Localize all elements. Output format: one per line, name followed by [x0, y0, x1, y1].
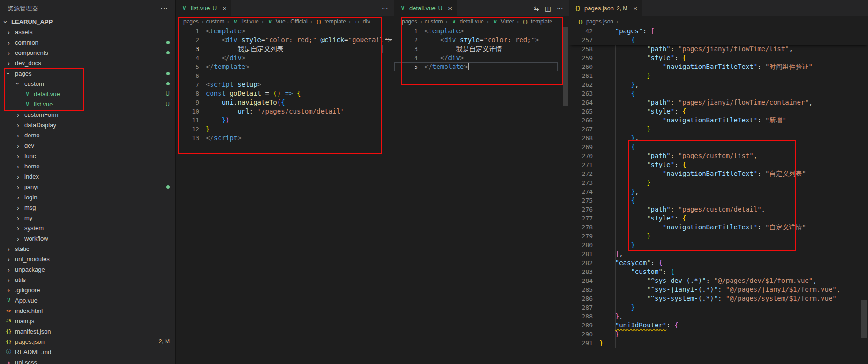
- breadcrumb-item-Vuter[interactable]: VVuter: [491, 18, 514, 25]
- breadcrumb-item-custom[interactable]: custom: [425, 18, 443, 25]
- code-line[interactable]: 278 "navigationBarTitleText": "自定义详情": [569, 223, 868, 232]
- folder-item-static[interactable]: ›static: [0, 243, 175, 254]
- code-line[interactable]: 287 }: [569, 303, 868, 312]
- code-line[interactable]: 282 "easycom": {: [569, 258, 868, 267]
- code-line[interactable]: 274 },: [569, 187, 868, 196]
- code-line[interactable]: 288 },: [569, 312, 868, 321]
- folder-item-unpackage[interactable]: ›unpackage: [0, 264, 175, 274]
- breadcrumb-item-template[interactable]: {}template: [315, 18, 346, 25]
- folder-item-pages[interactable]: ›pages: [0, 68, 175, 78]
- split-editor-icon[interactable]: ◫: [545, 5, 551, 12]
- code-line[interactable]: 283 "custom": {: [569, 267, 868, 276]
- file-item-README.md[interactable]: ⓘREADME.md: [0, 347, 175, 357]
- folder-item-index[interactable]: ›index: [0, 171, 175, 182]
- breadcrumb-item-pages.json[interactable]: {}pages.json: [577, 18, 613, 25]
- code-line[interactable]: 5</template>: [176, 62, 394, 71]
- code-line[interactable]: 289 "uniIdRouter": {: [569, 321, 868, 330]
- folder-item-uni_modules[interactable]: ›uni_modules: [0, 254, 175, 264]
- folder-item-customForm[interactable]: ›customForm: [0, 109, 175, 120]
- folder-item-msg[interactable]: ›msg: [0, 202, 175, 212]
- code-line[interactable]: 280 }: [569, 241, 868, 250]
- file-item-App.vue[interactable]: VApp.vue: [0, 295, 175, 305]
- breadcrumb-item-pages[interactable]: pages: [402, 18, 417, 25]
- file-item-uni.scss[interactable]: ◈uni.scss: [0, 357, 175, 364]
- tab-list.vue[interactable]: Vlist.vueU×: [176, 0, 231, 16]
- code-line[interactable]: 1<template>: [176, 27, 394, 36]
- file-item-manifest.json[interactable]: {}manifest.json: [0, 326, 175, 336]
- code-line[interactable]: 2 <div style="color: red;">: [394, 36, 569, 45]
- breadcrumb-item-detail.vue[interactable]: Vdetail.vue: [450, 18, 483, 25]
- code-line[interactable]: 285 "^sys-jianyi-(.*)": "@/pages/jianyi/…: [569, 285, 868, 294]
- code-line[interactable]: 7<script setup>: [176, 80, 394, 89]
- code-line[interactable]: 266 "navigationBarTitleText": "新增": [569, 116, 868, 125]
- close-icon[interactable]: ×: [222, 4, 226, 12]
- code-line[interactable]: 1<template>: [394, 27, 569, 36]
- close-icon[interactable]: ×: [448, 4, 452, 12]
- folder-item-common[interactable]: ›common: [0, 37, 175, 47]
- code-line[interactable]: 263 {: [569, 89, 868, 98]
- code-line[interactable]: 265 "style": {: [569, 107, 868, 116]
- code-line[interactable]: 281 ],: [569, 250, 868, 258]
- code-line[interactable]: 268 },: [569, 134, 868, 143]
- code-editor-list-vue[interactable]: 1<template>2 <div style="color: red;" @c…: [176, 27, 394, 364]
- scrollbar[interactable]: [861, 300, 867, 338]
- code-line[interactable]: 275 {: [569, 196, 868, 205]
- folder-item-login[interactable]: ›login: [0, 192, 175, 202]
- code-line[interactable]: 261 }: [569, 71, 868, 80]
- code-line[interactable]: 290 }: [569, 330, 868, 339]
- code-line[interactable]: 11 }): [176, 116, 394, 125]
- file-item-.gitignore[interactable]: ◆.gitignore: [0, 285, 175, 295]
- code-line[interactable]: 4 </div>: [394, 53, 569, 62]
- breadcrumb-item-list.vue[interactable]: Vlist.vue: [232, 18, 258, 25]
- breadcrumb-item-pages[interactable]: pages: [183, 18, 199, 25]
- code-line[interactable]: 271 "style": {: [569, 160, 868, 169]
- code-line[interactable]: 291}: [569, 339, 868, 348]
- code-line[interactable]: 273 }: [569, 178, 868, 187]
- code-line[interactable]: 5</template>: [394, 62, 569, 71]
- code-line[interactable]: 286 "^sys-system-(.*)": "@/pages/system/…: [569, 294, 868, 303]
- code-line[interactable]: 2 <div style="color: red;" @click="goDet…: [176, 36, 394, 45]
- folder-item-utils[interactable]: ›utils: [0, 274, 175, 285]
- code-line[interactable]: 258 "path": "pages/jianyi/flowTime/list"…: [569, 45, 868, 53]
- code-line[interactable]: 269 {: [569, 143, 868, 152]
- folder-item-dataDisplay[interactable]: ›dataDisplay: [0, 120, 175, 130]
- code-line[interactable]: 8const goDetail = () => {: [176, 89, 394, 98]
- breadcrumb-item-…[interactable]: …: [621, 18, 626, 25]
- code-line[interactable]: 9 uni.navigateTo({: [176, 98, 394, 107]
- code-line[interactable]: 272 "navigationBarTitleText": "自定义列表": [569, 169, 868, 178]
- code-editor-pages-json[interactable]: 42 "pages": [257 { 258 "path": "pages/ji…: [569, 27, 868, 364]
- folder-item-func[interactable]: ›func: [0, 151, 175, 161]
- folder-item-dev[interactable]: ›dev: [0, 140, 175, 151]
- code-line[interactable]: 284 "^sys-dev-(.*)": "@/pages/dev/$1/for…: [569, 276, 868, 285]
- tab-detail.vue[interactable]: Vdetail.vueU×: [394, 0, 457, 16]
- folder-item-demo[interactable]: ›demo: [0, 130, 175, 140]
- breadcrumb-item-custom[interactable]: custom: [206, 18, 225, 25]
- folder-item-my[interactable]: ›my: [0, 212, 175, 223]
- more-actions-icon[interactable]: ⋯: [160, 4, 168, 13]
- more-actions-icon[interactable]: ⋯: [382, 5, 388, 12]
- code-line[interactable]: 267 }: [569, 125, 868, 134]
- code-line[interactable]: 279 }: [569, 232, 868, 241]
- code-line[interactable]: 270 "path": "pages/custom/list",: [569, 152, 868, 160]
- tab-pages.json[interactable]: {}pages.json2, M×: [569, 0, 642, 16]
- code-line[interactable]: 257 {: [569, 36, 868, 45]
- code-line[interactable]: 3 我是自定义详情: [394, 45, 569, 53]
- scrollbar[interactable]: [563, 27, 568, 106]
- workspace-root-folder[interactable]: › LEARUN_APP: [0, 16, 175, 27]
- code-line[interactable]: 6: [176, 71, 394, 80]
- folder-item-components[interactable]: ›components: [0, 47, 175, 58]
- code-line[interactable]: 13</script>: [176, 134, 394, 143]
- code-line[interactable]: 259 "style": {: [569, 53, 868, 62]
- breadcrumb-item-Vue - Official[interactable]: VVue - Official: [266, 18, 308, 25]
- code-line[interactable]: 4 </div>: [176, 53, 394, 62]
- folder-item-workflow[interactable]: ›workflow: [0, 233, 175, 243]
- folder-item-jianyi[interactable]: ›jianyi: [0, 182, 175, 192]
- code-line[interactable]: 10 url: '/pages/custom/detail': [176, 107, 394, 116]
- file-item-main.js[interactable]: JSmain.js: [0, 316, 175, 326]
- code-line[interactable]: 42 "pages": [: [569, 27, 868, 36]
- code-line[interactable]: 3 我是自定义列表: [176, 45, 394, 53]
- file-item-list.vue[interactable]: Vlist.vueU: [0, 99, 175, 109]
- code-line[interactable]: 262 },: [569, 80, 868, 89]
- code-editor-detail-vue[interactable]: 1<template>2 <div style="color: red;">3 …: [394, 27, 569, 364]
- folder-item-assets[interactable]: ›assets: [0, 27, 175, 37]
